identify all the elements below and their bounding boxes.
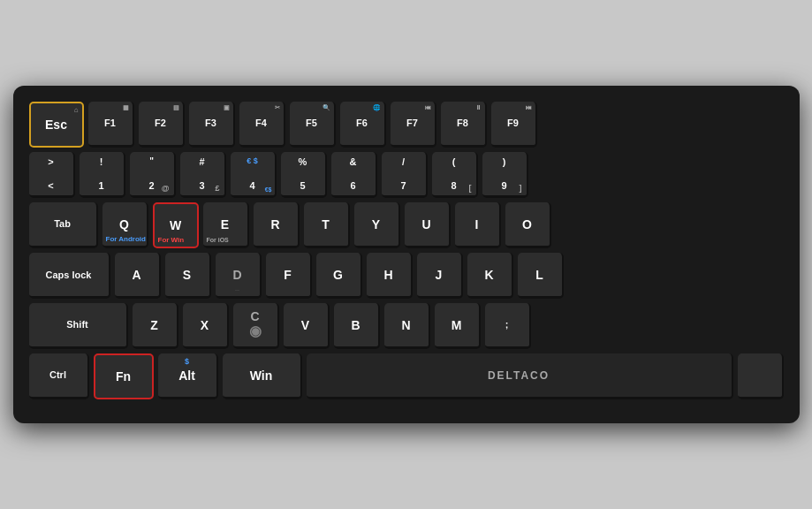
key-semicolon[interactable]: ; (485, 303, 531, 349)
key-g[interactable]: G (316, 253, 362, 299)
key-f8[interactable]: ⏸ F8 (441, 102, 487, 148)
key-w[interactable]: W For Win (153, 202, 199, 248)
key-f6[interactable]: 🌐 F6 (340, 102, 386, 148)
key-t[interactable]: T (304, 202, 350, 248)
key-win[interactable]: Win (223, 353, 302, 399)
key-x[interactable]: X (183, 303, 229, 349)
key-ctrl[interactable]: Ctrl (29, 353, 89, 399)
key-7[interactable]: / 7 (382, 152, 428, 198)
key-l[interactable]: L (518, 253, 564, 299)
key-tab[interactable]: Tab (29, 202, 98, 248)
key-3[interactable]: # 3 £ (180, 152, 226, 198)
key-j[interactable]: J (417, 253, 463, 299)
key-caps-lock[interactable]: Caps lock (29, 253, 110, 299)
bottom-row: Ctrl Fn $ Alt Win DELTACO (29, 353, 784, 399)
key-greater-less[interactable]: > < (29, 152, 75, 198)
key-d[interactable]: D _ (216, 253, 262, 299)
key-u[interactable]: U (405, 202, 451, 248)
keyboard: Esc ⌂ ▦ F1 ▤ F2 ▣ F3 ✂ F4 🔍 F5 🌐 F6 ⏮ (13, 86, 800, 423)
key-q[interactable]: Q For Android (102, 202, 148, 248)
qwerty-row: Tab Q For Android W For Win E For iOS R … (29, 202, 784, 248)
key-5[interactable]: % 5 (281, 152, 327, 198)
number-key-row: > < ! 1 " 2 @ # 3 £ € $ 4 €$ % 5 & 6 (29, 152, 784, 198)
key-4[interactable]: € $ 4 €$ (231, 152, 277, 198)
key-f1[interactable]: ▦ F1 (88, 102, 134, 148)
key-9[interactable]: ) 9 ] (482, 152, 528, 198)
key-1[interactable]: ! 1 (80, 152, 125, 198)
key-6[interactable]: & 6 (331, 152, 377, 198)
key-h[interactable]: H (367, 253, 413, 299)
key-extra-right[interactable] (738, 353, 784, 399)
key-fn[interactable]: Fn (94, 353, 154, 399)
key-f3[interactable]: ▣ F3 (189, 102, 235, 148)
key-m[interactable]: M (435, 303, 481, 349)
key-k[interactable]: K (467, 253, 513, 299)
key-f2[interactable]: ▤ F2 (139, 102, 185, 148)
key-shift[interactable]: Shift (29, 303, 128, 349)
key-deltaco-space[interactable]: DELTACO (307, 353, 733, 399)
key-s[interactable]: S (165, 253, 211, 299)
zxcv-row: Shift Z X C ◉ V B N M ; (29, 303, 784, 349)
key-f9[interactable]: ⏭ F9 (491, 102, 537, 148)
key-o[interactable]: O (505, 202, 551, 248)
key-f7[interactable]: ⏮ F7 (391, 102, 436, 148)
key-2[interactable]: " 2 @ (130, 152, 176, 198)
key-n[interactable]: N (384, 303, 430, 349)
key-esc[interactable]: Esc ⌂ (29, 102, 84, 148)
key-f4[interactable]: ✂ F4 (239, 102, 285, 148)
key-f5[interactable]: 🔍 F5 (290, 102, 336, 148)
asdf-row: Caps lock A S D _ F G H J K L (29, 253, 784, 299)
brand-label: DELTACO (488, 369, 550, 382)
key-b[interactable]: B (334, 303, 380, 349)
function-key-row: Esc ⌂ ▦ F1 ▤ F2 ▣ F3 ✂ F4 🔍 F5 🌐 F6 ⏮ (29, 102, 784, 148)
key-8[interactable]: ( 8 [ (432, 152, 478, 198)
key-i[interactable]: I (455, 202, 501, 248)
key-v[interactable]: V (284, 303, 330, 349)
key-e[interactable]: E For iOS (203, 202, 249, 248)
key-f[interactable]: F (266, 253, 312, 299)
key-a[interactable]: A (115, 253, 161, 299)
key-alt[interactable]: $ Alt (158, 353, 218, 399)
key-r[interactable]: R (254, 202, 300, 248)
key-z[interactable]: Z (133, 303, 178, 349)
key-c[interactable]: C ◉ (233, 303, 279, 349)
key-y[interactable]: Y (354, 202, 400, 248)
